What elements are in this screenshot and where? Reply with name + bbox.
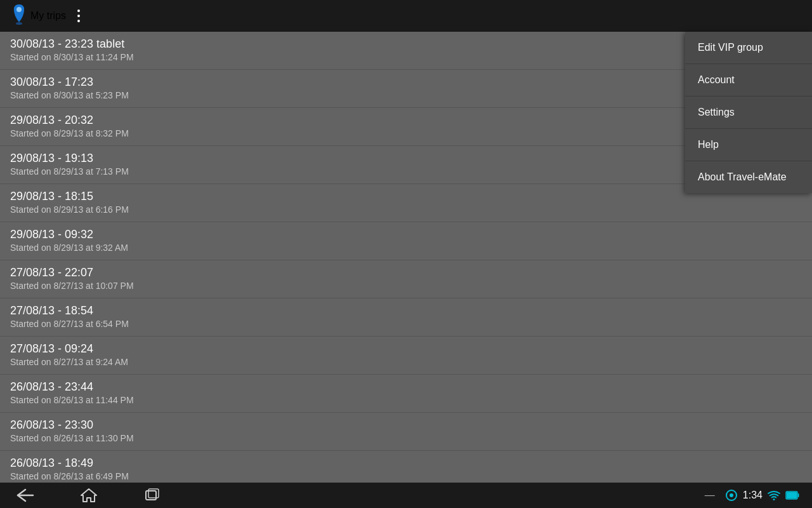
svg-rect-12 [787, 492, 797, 498]
trip-subtitle: Started on 8/27/13 at 9:24 AM [10, 356, 802, 369]
trip-title: 30/08/13 - 23:23 tablet [10, 37, 802, 51]
trip-title: 29/08/13 - 20:32 [10, 113, 802, 128]
trip-item[interactable]: 27/08/13 - 22:07Started on 8/27/13 at 10… [0, 260, 812, 298]
trip-title: 30/08/13 - 17:23 [10, 75, 802, 90]
trip-item[interactable]: 29/08/13 - 09:32Started on 8/29/13 at 9:… [0, 222, 812, 260]
trip-item[interactable]: 26/08/13 - 23:44Started on 8/26/13 at 11… [0, 375, 812, 413]
trip-subtitle: Started on 8/27/13 at 10:07 PM [10, 280, 802, 293]
trip-subtitle: Started on 8/30/13 at 11:24 PM [10, 51, 802, 64]
trip-subtitle: Started on 8/30/13 at 5:23 PM [10, 90, 802, 102]
trip-item[interactable]: 26/08/13 - 23:30Started on 8/26/13 at 11… [0, 413, 812, 451]
status-time: 1:34 [743, 490, 763, 501]
overflow-dot-2 [77, 15, 80, 17]
recents-button[interactable] [140, 486, 165, 505]
overflow-menu-button[interactable] [66, 3, 91, 29]
trip-title: 29/08/13 - 09:32 [10, 227, 802, 242]
menu-item-edit-vip-group[interactable]: Edit VIP group [685, 32, 812, 64]
trip-title: 26/08/13 - 18:49 [10, 456, 802, 471]
svg-marker-4 [81, 489, 96, 502]
svg-point-1 [16, 7, 22, 12]
trip-title: 26/08/13 - 23:44 [10, 380, 802, 394]
trip-title: 29/08/13 - 19:13 [10, 151, 802, 166]
menu-item-settings[interactable]: Settings [685, 97, 812, 129]
home-button[interactable] [76, 486, 102, 505]
svg-point-2 [16, 22, 22, 25]
trip-title: 27/08/13 - 18:54 [10, 304, 802, 318]
svg-rect-5 [146, 491, 156, 500]
app-bar: My trips [0, 0, 812, 32]
svg-point-9 [773, 498, 775, 500]
trip-title: 27/08/13 - 22:07 [10, 265, 802, 280]
nav-buttons-left [13, 486, 165, 505]
menu-item-account[interactable]: Account [685, 64, 812, 97]
menu-item-about[interactable]: About Travel-eMate [685, 161, 812, 193]
menu-item-help[interactable]: Help [685, 129, 812, 161]
dropdown-menu: Edit VIP groupAccountSettingsHelpAbout T… [685, 32, 812, 193]
trip-title: 29/08/13 - 18:15 [10, 189, 802, 204]
overflow-dot-3 [77, 20, 80, 22]
trip-subtitle: Started on 8/29/13 at 9:32 AM [10, 242, 802, 255]
trip-subtitle: Started on 8/26/13 at 6:49 PM [10, 471, 802, 483]
overflow-dot-1 [77, 10, 80, 12]
app-title: My trips [30, 10, 66, 22]
trip-subtitle: Started on 8/26/13 at 11:30 PM [10, 432, 802, 445]
svg-point-8 [730, 493, 733, 497]
trip-subtitle: Started on 8/29/13 at 7:13 PM [10, 166, 802, 178]
bottom-navigation-bar: — 1:34 [0, 483, 812, 508]
trip-title: 26/08/13 - 23:30 [10, 418, 802, 432]
trip-item[interactable]: 27/08/13 - 18:54Started on 8/27/13 at 6:… [0, 298, 812, 337]
trip-item[interactable]: 27/08/13 - 09:24Started on 8/27/13 at 9:… [0, 337, 812, 375]
trip-subtitle: Started on 8/29/13 at 8:32 PM [10, 128, 802, 140]
app-logo [8, 3, 30, 29]
trip-title: 27/08/13 - 09:24 [10, 342, 802, 356]
trip-subtitle: Started on 8/27/13 at 6:54 PM [10, 318, 802, 331]
back-button[interactable] [13, 486, 38, 505]
trip-subtitle: Started on 8/29/13 at 6:16 PM [10, 204, 802, 217]
trip-item[interactable]: 26/08/13 - 18:49Started on 8/26/13 at 6:… [0, 451, 812, 483]
status-bar-right: — 1:34 [705, 489, 799, 502]
svg-rect-11 [798, 493, 799, 497]
trip-subtitle: Started on 8/26/13 at 11:44 PM [10, 394, 802, 407]
minimize-icon: — [705, 490, 715, 501]
